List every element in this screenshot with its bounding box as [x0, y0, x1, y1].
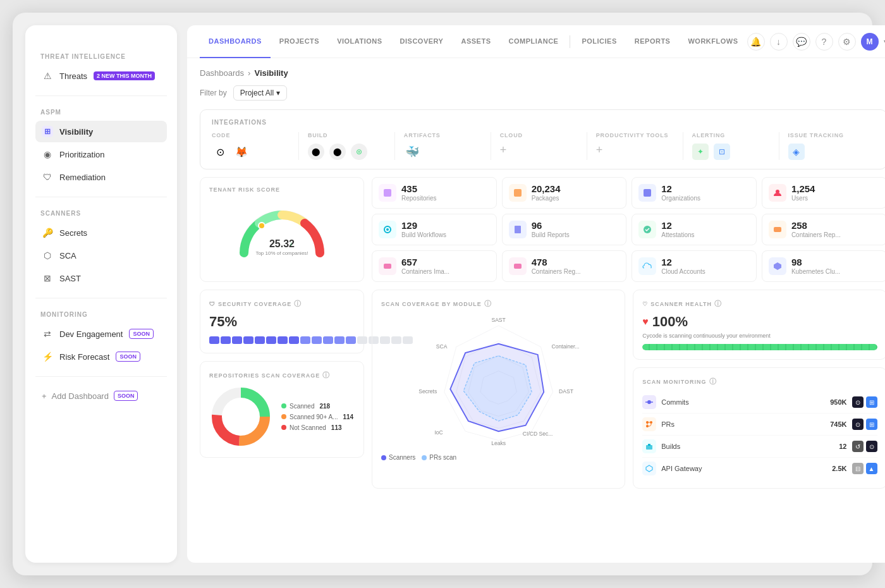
jira-icon[interactable]: ◈ — [788, 144, 805, 160]
nav-tabs: DASHBOARDS PROJECTS VIOLATIONS DISCOVERY… — [200, 25, 747, 58]
builds-badge-1: ↺ — [852, 441, 864, 452]
alerting-icon-2[interactable]: ⊡ — [714, 144, 730, 160]
prs-label: PRs — [661, 420, 825, 428]
svg-text:Container...: Container... — [552, 343, 580, 350]
cloud-add[interactable]: + — [500, 144, 507, 157]
svg-rect-10 — [515, 226, 521, 233]
sidebar-item-visibility[interactable]: ⊞ Visibility — [35, 121, 167, 142]
commits-badge-2: ⊞ — [866, 396, 877, 408]
builds-label: Builds — [661, 443, 834, 450]
tab-assets[interactable]: ASSETS — [452, 25, 499, 58]
tab-reports[interactable]: REPORTS — [626, 25, 680, 58]
radar-chart: SAST Container... DAST CI/CD Sec... Leak… — [381, 314, 616, 446]
int-col-cloud: CLOUD + — [491, 132, 587, 160]
scanned-value: 218 — [319, 403, 330, 410]
help-icon[interactable]: ? — [815, 33, 833, 51]
tab-projects[interactable]: PROJECTS — [271, 25, 328, 58]
sidebar-item-sca[interactable]: ⬡ SCA — [35, 245, 167, 266]
stats-grid: 435 Repositories 20,234 Packages — [372, 177, 885, 282]
svg-rect-5 — [514, 189, 522, 197]
sidebar-item-remediation[interactable]: 🛡 Remediation — [35, 166, 167, 188]
breadcrumb-parent[interactable]: Dashboards — [200, 68, 244, 78]
packages-value: 20,234 — [532, 184, 561, 193]
scanners-dot — [381, 455, 386, 460]
github-icon[interactable]: ⊙ — [212, 144, 228, 160]
scanned90-value: 114 — [343, 413, 353, 420]
kubernetes-icon — [769, 257, 786, 275]
containers-ima-value: 657 — [401, 257, 449, 267]
containers-reg-icon — [509, 257, 527, 275]
tab-violations[interactable]: VIOLATIONS — [328, 25, 391, 58]
prs-dot — [422, 455, 427, 460]
containers-ima-icon — [379, 257, 396, 275]
divider-2 — [35, 197, 167, 197]
api-badge-1: ⊟ — [852, 463, 864, 474]
tab-policies[interactable]: POLICIES — [573, 25, 625, 58]
sast-icon: ⊠ — [42, 273, 53, 284]
chat-icon[interactable]: 💬 — [793, 33, 810, 51]
aspm-section-label: ASPM — [35, 109, 167, 116]
sidebar-item-sast[interactable]: ⊠ SAST — [35, 267, 167, 289]
gitlab-icon[interactable]: 🦊 — [233, 144, 250, 160]
avatar[interactable]: M — [861, 33, 879, 51]
donut-container: Scanned 218 Scanned 90+ A... 114 — [209, 385, 355, 448]
monitor-builds: Builds 12 ↺ ⊙ — [642, 436, 877, 458]
tab-discovery[interactable]: DISCOVERY — [391, 25, 453, 58]
settings-icon[interactable]: ⚙ — [838, 33, 856, 51]
int-col-issue-tracking: ISSUE TRACKING ◈ — [779, 132, 875, 160]
attestations-icon — [638, 221, 656, 238]
svg-text:SAST: SAST — [491, 317, 506, 323]
monitoring-section-label: MONITORING — [35, 311, 167, 318]
health-progress-bar — [642, 344, 877, 350]
svg-rect-41 — [648, 444, 650, 446]
build-workflows-icon — [379, 221, 396, 238]
add-dashboard-button[interactable]: + Add Dashboard SOON — [35, 386, 167, 406]
build-reports-label: Build Reports — [532, 231, 570, 238]
cloud-accounts-label: Cloud Accounts — [661, 268, 705, 275]
health-title: ♡ SCANNER HEALTH ⓘ — [642, 299, 877, 309]
svg-text:Leaks: Leaks — [491, 440, 506, 446]
sidebar-item-threats[interactable]: ⚠ Threats 2 NEW THIS MONTH — [35, 65, 167, 87]
risk-title: TENANT RISK SCORE — [209, 187, 280, 193]
divider-4 — [35, 376, 167, 377]
repo-value: 435 — [401, 184, 437, 193]
docker-icon[interactable]: 🐳 — [404, 144, 420, 160]
tab-compliance[interactable]: COMPLIANCE — [499, 25, 567, 58]
stat-repositories: 435 Repositories — [372, 177, 497, 209]
api-badges: ⊟ ▲ — [852, 463, 877, 474]
filter-label: Filter by — [200, 89, 227, 97]
sidebar-item-prioritization[interactable]: ◉ Prioritization — [35, 144, 167, 165]
build-icon-3[interactable]: ⊛ — [351, 144, 367, 160]
integrations-card: INTEGRATIONS CODE ⊙ 🦊 BUILD ⬤ — [200, 109, 885, 169]
slack-icon[interactable]: ✦ — [692, 144, 709, 160]
repos-scan-title: REPOSITORIES SCAN COVERAGE ⓘ — [209, 371, 355, 380]
api-gateway-label: API Gateway — [661, 465, 827, 472]
filter-select[interactable]: Project All ▾ — [233, 85, 287, 101]
tab-dashboards[interactable]: DASHBOARDS — [200, 25, 271, 58]
containers-rep-icon — [769, 221, 786, 238]
productivity-add[interactable]: + — [596, 144, 603, 157]
content-area: Dashboards › Visibility Filter by Projec… — [187, 58, 885, 563]
api-badge-2: ▲ — [866, 463, 877, 474]
build-icon-1[interactable]: ⬤ — [308, 144, 324, 160]
download-icon[interactable]: ↓ — [770, 33, 788, 51]
org-icon — [638, 184, 656, 202]
int-col-alerting: ALERTING ✦ ⊡ — [683, 132, 779, 160]
issue-tracking-icons: ◈ — [788, 144, 866, 160]
tab-workflows[interactable]: WORKFLOWS — [679, 25, 747, 58]
sidebar-item-risk-forecast[interactable]: ⚡ Risk Forecast SOON — [35, 346, 167, 367]
int-col-artifacts: ARTIFACTS 🐳 — [395, 132, 491, 160]
sidebar: THREAT INTELLIGENCE ⚠ Threats 2 NEW THIS… — [25, 25, 177, 563]
prs-badge-1: ⊙ — [852, 419, 864, 430]
health-description: Cycode is scanning continuously your env… — [642, 333, 877, 339]
visibility-label: Visibility — [59, 127, 93, 137]
build-icon-2[interactable]: ⬤ — [329, 144, 346, 160]
stat-cloud-accounts: 12 Cloud Accounts — [632, 250, 757, 282]
sca-label: SCA — [59, 251, 76, 260]
notification-bell[interactable]: 🔔 — [747, 33, 765, 51]
sidebar-item-dev-engagement[interactable]: ⇄ Dev Engagement SOON — [35, 323, 167, 345]
breadcrumb: Dashboards › Visibility — [200, 68, 885, 78]
heart-icon: ♡ — [642, 301, 648, 307]
build-icons: ⬤ ⬤ ⊛ — [308, 144, 386, 160]
sidebar-item-secrets[interactable]: 🔑 Secrets — [35, 222, 167, 243]
